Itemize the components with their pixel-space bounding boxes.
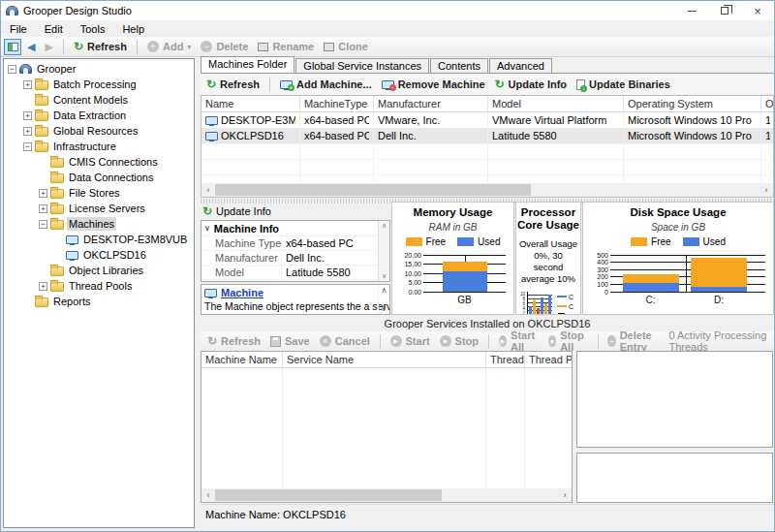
expand-toggle-icon[interactable]: +: [39, 282, 47, 291]
scroll-left-icon[interactable]: ‹: [202, 490, 215, 500]
tree-item-batch-processing[interactable]: +Batch Processing: [4, 77, 194, 92]
machine-row-okclpsd16[interactable]: OKCLPSD16x64-based PCDell Inc.Latitude 5…: [202, 128, 773, 143]
tree-item-file-stores[interactable]: +File Stores: [4, 185, 194, 201]
column-header-machinetype[interactable]: MachineType: [300, 96, 374, 111]
property-value[interactable]: x64-based PC: [281, 236, 389, 250]
menu-tools[interactable]: Tools: [72, 20, 114, 37]
scroll-up-icon[interactable]: ∧: [382, 286, 388, 295]
tab-advanced[interactable]: Advanced: [489, 58, 552, 73]
column-header-threads[interactable]: Threads: [486, 352, 525, 367]
tree-item-okclpsd16[interactable]: OKCLPSD16: [4, 247, 194, 263]
expand-toggle-icon[interactable]: +: [23, 127, 32, 136]
back-button[interactable]: ◀: [23, 41, 39, 53]
title-bar: Grooper Design Studio ×: [1, 1, 774, 20]
tree-item-license-servers[interactable]: +License Servers: [4, 201, 194, 216]
close-button[interactable]: ×: [741, 1, 774, 20]
scroll-left-icon[interactable]: ‹: [202, 185, 215, 195]
machine-row-desktop-e3m8[interactable]: DESKTOP-E3M8...x64-based PCVMware, Inc.V…: [202, 112, 773, 128]
services-table-hscrollbar[interactable]: ‹ ›: [202, 488, 572, 502]
collapse-toggle-icon[interactable]: −: [8, 65, 16, 74]
collapse-toggle-icon[interactable]: −: [39, 220, 47, 229]
property-row-manufacturer[interactable]: ManufacturerDell Inc.: [202, 250, 389, 265]
menu-help[interactable]: Help: [113, 20, 153, 37]
machines-grid-hscrollbar[interactable]: ‹ ›: [202, 183, 773, 197]
column-header-name[interactable]: Name: [202, 96, 300, 111]
expand-toggle-icon[interactable]: +: [39, 204, 47, 213]
column-header-operating-system[interactable]: Operating System: [624, 96, 761, 111]
add-machine-button[interactable]: + Add Machine...: [276, 77, 376, 92]
tab-global-service-instances[interactable]: Global Service Instances: [295, 58, 429, 73]
tree-item-content-models[interactable]: Content Models: [4, 92, 194, 108]
services-cancel-button[interactable]: × Cancel: [316, 333, 374, 349]
column-header-thread-pri[interactable]: Thread Pri: [525, 352, 573, 367]
services-refresh-button[interactable]: ↻ Refresh: [203, 333, 264, 349]
property-value[interactable]: Dell Inc.: [281, 251, 389, 265]
rename-button[interactable]: Rename: [254, 39, 318, 54]
expand-toggle-icon[interactable]: +: [23, 111, 32, 120]
tree-item-global-resources[interactable]: +Global Resources: [4, 123, 194, 139]
refresh-button[interactable]: ↻ Refresh: [70, 39, 131, 54]
tree-item-machines[interactable]: −Machines: [4, 216, 194, 232]
tree-item-grooper[interactable]: −Grooper: [4, 61, 194, 77]
column-header-service-name[interactable]: Service Name: [283, 352, 486, 367]
delete-button[interactable]: − Delete: [197, 39, 252, 54]
forward-button[interactable]: ▶: [41, 41, 56, 53]
grid-cell: x64-based PC: [300, 112, 374, 128]
column-header-model[interactable]: Model: [488, 96, 624, 111]
tree-item-data-connections[interactable]: Data Connections: [4, 170, 194, 185]
update-info-button[interactable]: ↻ Update Info: [491, 77, 572, 92]
tree-item-data-extraction[interactable]: +Data Extraction: [4, 108, 194, 123]
tree-item-desktop-e3m8vub[interactable]: DESKTOP-E3M8VUB: [4, 232, 194, 247]
tree-item-thread-pools[interactable]: +Thread Pools: [4, 278, 194, 294]
menu-file[interactable]: File: [1, 20, 36, 37]
bar-segment-free: [443, 262, 487, 270]
services-save-button[interactable]: Save: [266, 333, 314, 349]
column-header-manufacturer[interactable]: Manufacturer: [374, 96, 488, 111]
monitor-icon: [66, 235, 78, 244]
expand-toggle-icon[interactable]: +: [39, 189, 47, 198]
tree-item-reports[interactable]: Reports: [4, 294, 194, 309]
services-table-header: Machine NameService NameThreadsThread Pr…: [202, 352, 572, 368]
property-row-operating-system[interactable]: Operating SystemMicrosoft Windows: [202, 279, 389, 282]
column-header-machine-name[interactable]: Machine Name: [202, 352, 283, 367]
scroll-down-icon[interactable]: ∨: [382, 272, 387, 280]
scrollbar-thumb[interactable]: [215, 489, 442, 501]
scroll-right-icon[interactable]: ›: [760, 185, 773, 195]
helpbox-scrollbar[interactable]: ∧ ∨: [378, 285, 389, 314]
column-header-os[interactable]: OS: [761, 96, 774, 111]
clone-button[interactable]: Clone: [320, 39, 372, 54]
services-stop-button[interactable]: ■ Stop: [436, 333, 482, 349]
property-row-machine-type[interactable]: Machine Typex64-based PC: [202, 235, 389, 250]
tab-machines-folder[interactable]: Machines Folder: [201, 56, 294, 73]
update-binaries-button[interactable]: ↓ Update Binaries: [573, 77, 674, 92]
property-value[interactable]: Microsoft Windows: [281, 280, 389, 282]
minimize-button[interactable]: [675, 1, 708, 20]
chart-title: Disk Space Usage: [583, 206, 773, 219]
machines-refresh-button[interactable]: ↻ Refresh: [202, 77, 264, 92]
menu-edit[interactable]: Edit: [36, 20, 72, 37]
scrollbar-thumb[interactable]: [215, 184, 531, 196]
property-value[interactable]: Latitude 5580: [281, 266, 389, 279]
legend-item-used: Used: [683, 236, 726, 247]
scroll-down-icon[interactable]: ∨: [382, 304, 388, 313]
tree-item-infrastructure[interactable]: −Infrastructure: [4, 139, 194, 154]
scroll-right-icon[interactable]: ›: [558, 490, 572, 500]
machine-help-description: The Machine object represents the a serv…: [204, 300, 376, 312]
tree-item-cmis-connections[interactable]: CMIS Connections: [4, 154, 194, 170]
expand-toggle-icon[interactable]: +: [23, 80, 32, 89]
restore-button[interactable]: [708, 1, 741, 20]
property-row-model[interactable]: ModelLatitude 5580: [202, 265, 389, 279]
tree-item-object-libraries[interactable]: Object Libraries: [4, 263, 194, 278]
tab-contents[interactable]: Contents: [430, 58, 488, 73]
services-start-button[interactable]: ▶ Start: [387, 333, 434, 349]
scroll-up-icon[interactable]: ∧: [382, 222, 387, 230]
toggle-tree-button[interactable]: [4, 39, 21, 55]
x-axis-label: D:: [714, 295, 724, 305]
minimize-icon: [688, 11, 697, 12]
remove-machine-button[interactable]: - Remove Machine: [378, 77, 489, 92]
add-button[interactable]: + Add ▾: [143, 39, 195, 54]
property-category[interactable]: ∨ Machine Info: [202, 221, 389, 235]
propgrid-scrollbar[interactable]: ∧ ∨: [378, 221, 389, 281]
machine-help-link[interactable]: Machine: [221, 287, 264, 298]
collapse-toggle-icon[interactable]: −: [23, 142, 32, 151]
